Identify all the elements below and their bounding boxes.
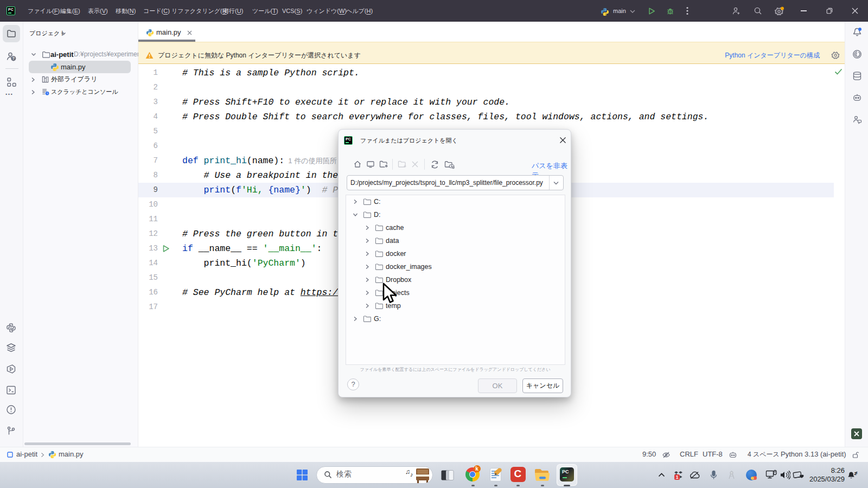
svg-text:?: ?: [12, 56, 15, 61]
svg-text:1: 1: [676, 474, 679, 480]
svg-text:z: z: [856, 471, 858, 474]
